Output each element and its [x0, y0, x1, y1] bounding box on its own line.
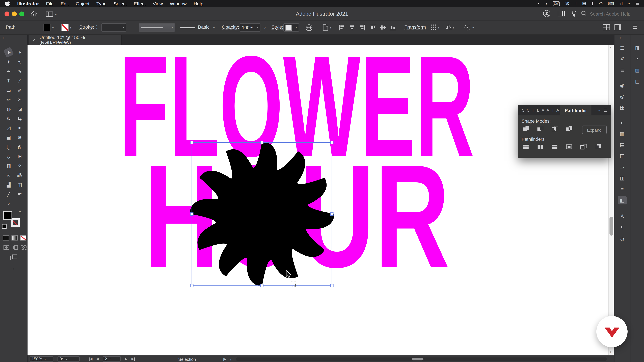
pen-tool[interactable]: ✒	[4, 67, 13, 75]
previous-artboard-button[interactable]: ◀	[96, 357, 98, 361]
layers-panel-icon[interactable]: ▤	[618, 141, 627, 149]
screen-recorder-badge[interactable]	[596, 316, 628, 347]
window-manager-icon[interactable]: ▤	[582, 1, 586, 6]
draw-inside-icon[interactable]	[20, 245, 27, 252]
opacity-panel-arrow-icon[interactable]: ›	[264, 24, 266, 30]
shaper-tool[interactable]: ✏	[4, 96, 13, 104]
scissors-tool[interactable]: ✂	[16, 96, 24, 104]
artwork-layer[interactable]: FLOWER HOUR	[27, 45, 614, 355]
chevron-down-icon[interactable]: ▾	[472, 26, 474, 29]
style-label[interactable]: Style:	[272, 25, 283, 30]
gradient-tool[interactable]: ▥	[4, 162, 13, 170]
align-top-icon[interactable]	[370, 24, 377, 32]
volume-icon[interactable]: ◁	[619, 1, 622, 6]
draw-normal-icon[interactable]	[3, 245, 10, 252]
brush-chevron-icon[interactable]: ▾	[213, 26, 215, 29]
unite-button[interactable]	[522, 125, 530, 132]
perspective-grid-tool[interactable]: ◇	[4, 152, 13, 160]
vertical-scrollbar-thumb[interactable]	[610, 217, 613, 236]
apple-menu-icon[interactable]	[5, 0, 10, 7]
gradient-panel-icon[interactable]: ◐	[618, 119, 627, 127]
account-avatar[interactable]	[543, 10, 550, 19]
horizontal-scrollbar[interactable]	[236, 358, 607, 361]
magic-wand-tool[interactable]: ✦	[4, 58, 13, 66]
selection-handle[interactable]	[330, 284, 333, 287]
last-artboard-button[interactable]: ▶	[132, 357, 135, 361]
expand-dock-icon[interactable]: »	[620, 36, 622, 40]
app-menu-illustrator[interactable]: Illustrator	[17, 1, 39, 6]
fill-color-swatch[interactable]	[44, 24, 51, 31]
workspace-grid-icon[interactable]	[603, 24, 610, 32]
slice-tool[interactable]: ╱	[4, 190, 13, 198]
symbol-sprayer-tool[interactable]: ⁂	[16, 171, 24, 179]
live-paint-bucket-tool[interactable]: ⋃	[4, 143, 13, 151]
color-guide-panel-icon[interactable]: ◎	[618, 92, 627, 100]
menu-type[interactable]: Type	[96, 1, 107, 6]
expand-button[interactable]: Expand	[582, 125, 606, 134]
collapsed-tab-l[interactable]: L	[536, 108, 540, 112]
selection-handle[interactable]	[330, 141, 333, 144]
menu-file[interactable]: File	[46, 1, 54, 6]
reference-point-icon[interactable]	[430, 24, 436, 31]
collapsed-tab-a[interactable]: A	[546, 108, 550, 112]
free-transform-tool[interactable]: ▣	[4, 133, 13, 141]
rectangle-tool[interactable]: ▭	[4, 86, 13, 94]
line-segment-tool[interactable]: ∕	[16, 77, 24, 85]
crop-button[interactable]	[565, 143, 574, 150]
wifi-icon[interactable]: ◠	[599, 1, 602, 6]
minus-front-button[interactable]	[536, 125, 544, 132]
selection-tool[interactable]: ➤	[3, 47, 14, 58]
artboard-tool[interactable]: ◫	[16, 181, 24, 189]
minus-back-button[interactable]	[594, 143, 602, 150]
panel-menu-icon[interactable]: ☰	[604, 108, 608, 112]
menu-select[interactable]: Select	[114, 1, 126, 6]
scroll-up-icon[interactable]: ▴	[610, 46, 612, 49]
spotlight-icon[interactable]: ⌕	[628, 1, 630, 6]
stroke-weight-stepper[interactable]: ▴▾	[96, 24, 98, 29]
type-tool[interactable]: T	[4, 77, 13, 85]
chevron-down-icon[interactable]: ▾	[453, 26, 454, 29]
align-right-icon[interactable]	[358, 24, 365, 32]
properties-panel-icon[interactable]: ☰	[618, 44, 627, 52]
align-bottom-icon[interactable]	[390, 24, 396, 32]
stroke-weight-label[interactable]: Stroke:	[79, 25, 94, 30]
hand-tool[interactable]: ☛	[16, 190, 24, 198]
trim-button[interactable]	[536, 143, 544, 150]
scroll-down-icon[interactable]: ▾	[610, 351, 612, 354]
menu-edit[interactable]: Edit	[60, 1, 69, 6]
pathfinder-panel-icon[interactable]: ◧	[618, 196, 627, 204]
merge-button[interactable]	[551, 143, 559, 150]
align-center-vertical-icon[interactable]	[380, 24, 386, 32]
command-icon[interactable]: ⌘	[565, 1, 569, 6]
menu-object[interactable]: Object	[76, 1, 90, 6]
selection-handle[interactable]	[190, 213, 193, 216]
selection-handle[interactable]	[190, 141, 193, 144]
menu-window[interactable]: Window	[170, 1, 187, 6]
panel-menu-icon[interactable]: ☰	[632, 24, 637, 30]
selection-handle[interactable]	[260, 284, 263, 287]
texture-panel-icon[interactable]: ▨	[633, 77, 642, 85]
transform-label[interactable]: Transform	[404, 25, 426, 30]
none-button[interactable]	[20, 235, 26, 241]
horizontal-scrollbar-thumb[interactable]	[412, 358, 424, 361]
stroke-color-swatch[interactable]	[61, 24, 68, 31]
default-fill-stroke-icon[interactable]	[2, 224, 6, 229]
selection-handle[interactable]	[260, 141, 263, 144]
search-input[interactable]	[589, 11, 639, 17]
artboard-number-dropdown[interactable]: 2▾	[103, 356, 121, 362]
color-panel-icon[interactable]: ◉	[618, 81, 627, 89]
chevron-down-icon[interactable]: ▾	[438, 26, 440, 29]
fill-indicator-swatch[interactable]	[3, 211, 12, 220]
document-tab[interactable]: × Untitled-10* @ 150 % (RGB/Preview)	[29, 34, 122, 45]
draw-behind-icon[interactable]	[12, 245, 18, 252]
first-artboard-button[interactable]: ◀	[89, 357, 92, 361]
artboards-panel-icon[interactable]: ◫	[618, 152, 627, 160]
opacity-field[interactable]: 100%▾	[240, 23, 260, 32]
control-center-icon[interactable]: ☰	[636, 1, 639, 6]
artboard-canvas[interactable]: FLOWER HOUR ▴ ▾	[27, 45, 614, 355]
align-center-horizontal-icon[interactable]	[349, 24, 355, 32]
display-icon[interactable]: ◑	[545, 1, 548, 6]
curvature-tool[interactable]: ✎	[16, 67, 24, 75]
appearance-panel-icon[interactable]: ▥	[618, 174, 627, 182]
rotation-dropdown[interactable]: 0°▾	[58, 356, 80, 362]
